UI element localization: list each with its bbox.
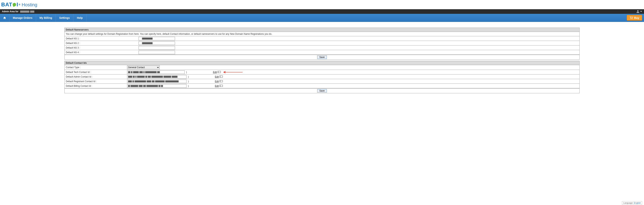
billing-contact-display — [127, 84, 186, 88]
nav-home[interactable] — [0, 14, 10, 22]
section-title-contacts: Default Contact Ids — [64, 61, 580, 65]
brand-header: BATI® Hosting — [0, 0, 644, 9]
popup-icon — [220, 85, 223, 87]
save-contacts-button[interactable]: Save — [317, 89, 326, 93]
registrant-contact-display — [127, 80, 186, 83]
ns-row-3: Default NS 3 : — [64, 46, 580, 50]
nav-help[interactable]: Help — [74, 14, 86, 22]
caret-down-icon — [640, 11, 642, 13]
ns1-label: Default NS 1 : — [64, 37, 138, 41]
nameservers-description: You can change your default settings for… — [64, 32, 580, 36]
registrant-contact-label: Default Registrant Contact Id : — [64, 79, 126, 83]
edit-billing-contact-link[interactable]: Edit — [215, 85, 223, 87]
paren: ) — [186, 71, 187, 74]
edit-admin-contact-link[interactable]: Edit — [215, 75, 223, 78]
panel-default-contacts: Default Contact Ids Contact Type : Gener… — [64, 61, 580, 93]
tech-contact-display — [127, 70, 184, 74]
billing-contact-row: Default Billing Contact Id : ) Edit — [64, 84, 580, 88]
svg-point-1 — [632, 19, 632, 19]
svg-point-0 — [630, 19, 631, 19]
user-icon — [636, 10, 640, 13]
admin-bar: Admin Area for — [0, 9, 644, 14]
paren: ) — [188, 80, 189, 83]
buy-button[interactable]: Buy — [627, 15, 642, 21]
popup-icon — [220, 80, 223, 83]
ns3-input[interactable] — [138, 46, 175, 50]
nav-manage-orders[interactable]: Manage Orders — [10, 14, 36, 22]
ns-row-4: Default NS 4 : — [64, 50, 580, 55]
panel-default-nameservers: Default Nameservers You can change your … — [64, 28, 580, 60]
contact-type-select[interactable]: General Contact — [127, 65, 160, 69]
popup-icon — [218, 71, 221, 74]
redacted-text — [20, 11, 29, 13]
home-icon — [3, 16, 6, 19]
admin-contact-row: Default Admin Contact Id : ) Edit — [64, 75, 580, 79]
cart-icon — [630, 17, 633, 19]
nav-settings[interactable]: Settings — [56, 14, 74, 22]
ns3-label: Default NS 3 : — [64, 46, 138, 50]
save-nameservers-button[interactable]: Save — [317, 56, 326, 59]
user-menu[interactable] — [636, 10, 642, 13]
nav-my-billing[interactable]: My Billing — [36, 14, 56, 22]
ns4-input[interactable] — [138, 51, 175, 54]
section-title-nameservers: Default Nameservers — [64, 28, 580, 32]
edit-tech-contact-link[interactable]: Edit — [213, 71, 221, 74]
edit-registrant-contact-link[interactable]: Edit — [215, 80, 223, 83]
tech-contact-row: Default Tech Contact Id : ) Edit — [64, 70, 580, 75]
admin-contact-display — [127, 75, 186, 79]
buy-label: Buy — [634, 16, 639, 19]
paren: ) — [188, 75, 189, 78]
redacted-text — [142, 38, 152, 40]
ns2-label: Default NS 2 : — [64, 41, 138, 45]
redacted-text — [30, 11, 34, 13]
ns-row-1: Default NS 1 : — [64, 36, 580, 41]
ns4-label: Default NS 4 : — [64, 51, 138, 54]
tech-contact-label: Default Tech Contact Id : — [64, 70, 126, 74]
popup-icon — [220, 75, 223, 78]
main-nav: Manage Orders My Billing Settings Help B… — [0, 14, 644, 22]
billing-contact-label: Default Billing Contact Id : — [64, 84, 126, 88]
brand-logo[interactable]: BATI® — [1, 2, 20, 8]
leaf-icon — [12, 2, 17, 7]
brand-sub: Hosting — [22, 2, 37, 8]
paren: ) — [188, 85, 189, 87]
contact-type-row: Contact Type : General Contact — [64, 65, 580, 70]
admin-contact-label: Default Admin Contact Id : — [64, 75, 126, 79]
redacted-text — [142, 42, 152, 44]
admin-area-label: Admin Area for — [2, 10, 18, 13]
contact-type-label: Contact Type : — [64, 65, 126, 69]
ns-row-2: Default NS 2 : — [64, 41, 580, 46]
registrant-contact-row: Default Registrant Contact Id : ) Edit — [64, 79, 580, 84]
